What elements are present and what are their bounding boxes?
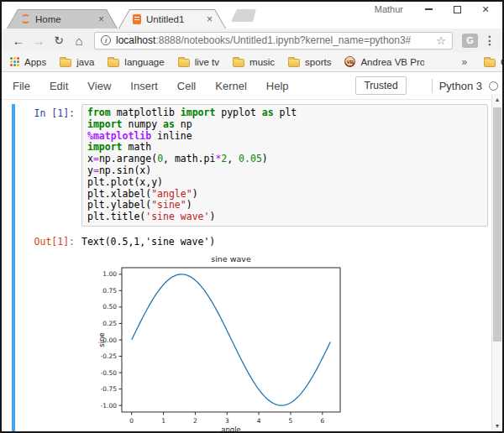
- input-prompt: In [1]:: [15, 104, 81, 119]
- bookmark-language[interactable]: language: [108, 57, 164, 67]
- tab-untitled1[interactable]: Untitled1 ×: [118, 9, 226, 29]
- menu-item-view[interactable]: View: [87, 80, 111, 92]
- forward-icon[interactable]: →: [30, 34, 47, 47]
- jupyter-menubar: FileEditViewInsertCellKernelHelp Trusted…: [2, 72, 502, 100]
- page-scrollbar[interactable]: ▲ ▼: [491, 94, 502, 431]
- svg-text:5: 5: [289, 417, 293, 425]
- kernel-status-icon: [489, 81, 498, 91]
- bookmark-live-tv[interactable]: live tv: [178, 57, 219, 67]
- bookmark-andrea-vb[interactable]: VB Andrea VB Programm: [344, 56, 424, 67]
- svg-text:3: 3: [225, 417, 229, 425]
- menu-item-file[interactable]: File: [13, 80, 30, 92]
- svg-text:2: 2: [193, 417, 197, 425]
- svg-text:0.75: 0.75: [102, 287, 117, 295]
- menu-item-cell[interactable]: Cell: [177, 80, 196, 92]
- code-editor[interactable]: from matplotlib import pyplot as pltimpo…: [81, 104, 488, 227]
- svg-text:-0.25: -0.25: [101, 352, 118, 360]
- bookmark-sports[interactable]: sports: [288, 57, 331, 67]
- folder-icon: [484, 59, 496, 67]
- bookmark-apps[interactable]: Apps: [10, 57, 46, 67]
- bookmark-label: sports: [305, 57, 331, 67]
- menubar-divider: [432, 79, 433, 93]
- chrome-menu-icon[interactable]: ⋮: [484, 34, 496, 47]
- tab-strip: Home × Untitled1 ×: [2, 9, 502, 29]
- folder-icon: [60, 59, 71, 67]
- url-text: localhost:8888/notebooks/Untitled1.ipynb…: [116, 34, 431, 46]
- cell-output-area: Out[1]: Text(0.5,1,'sine wave'): [15, 232, 488, 248]
- svg-text:-0.75: -0.75: [101, 385, 118, 393]
- browser-toolbar: ← → ↻ ⌂ i localhost:8888/notebooks/Untit…: [2, 29, 502, 52]
- folder-icon: [178, 59, 190, 67]
- trusted-button[interactable]: Trusted: [355, 76, 406, 95]
- svg-text:6: 6: [320, 417, 324, 425]
- svg-text:1.00: 1.00: [102, 270, 117, 278]
- menu-item-kernel[interactable]: Kernel: [215, 80, 247, 92]
- menubar-right: Trusted Python 3: [355, 76, 498, 95]
- notebook-file-icon: [133, 14, 141, 24]
- menu-item-edit[interactable]: Edit: [50, 80, 68, 92]
- cell-input-area: In [1]: from matplotlib import pyplot as…: [15, 104, 488, 227]
- scroll-down-icon[interactable]: ▼: [492, 423, 502, 429]
- svg-text:0.25: 0.25: [102, 320, 117, 327]
- page-info-icon[interactable]: i: [101, 35, 111, 45]
- folder-icon: [288, 59, 300, 67]
- menu-item-help[interactable]: Help: [266, 80, 289, 92]
- url-path: :8888/notebooks/Untitled1.ipynb?kernel_n…: [155, 34, 411, 46]
- back-icon[interactable]: ←: [10, 34, 27, 47]
- other-bookmarks-button[interactable]: Other bookmarks: [484, 57, 504, 67]
- tab-close-icon[interactable]: ×: [207, 14, 213, 24]
- scrollbar-thumb[interactable]: [493, 107, 501, 342]
- bookmarks-overflow-icon[interactable]: »: [461, 56, 467, 68]
- address-bar[interactable]: i localhost:8888/notebooks/Untitled1.ipy…: [94, 32, 453, 50]
- bookmark-label: live tv: [195, 57, 219, 67]
- bookmark-label: music: [249, 57, 275, 67]
- svg-text:sine: sine: [98, 332, 106, 347]
- menu-items: FileEditViewInsertCellKernelHelp: [13, 80, 289, 92]
- svg-text:4: 4: [257, 417, 261, 425]
- sine-wave-chart: 0123456-1.00-0.75-0.50-0.250.000.250.500…: [98, 251, 488, 431]
- output-prompt: Out[1]:: [15, 232, 81, 248]
- menu-item-insert[interactable]: Insert: [130, 80, 158, 92]
- reload-icon[interactable]: ↻: [50, 34, 67, 46]
- notebook-cell[interactable]: In [1]: from matplotlib import pyplot as…: [12, 104, 488, 431]
- svg-text:sine wave: sine wave: [211, 254, 251, 263]
- tab-untitled1-label: Untitled1: [146, 14, 202, 24]
- figure-row: 0123456-1.00-0.75-0.50-0.250.000.250.500…: [15, 251, 488, 431]
- svg-text:0.50: 0.50: [102, 303, 117, 310]
- tab-home-label: Home: [35, 14, 93, 24]
- bookmark-andrea-vb-label: Andrea VB Programm: [360, 57, 424, 67]
- new-tab-button[interactable]: [231, 9, 256, 22]
- bookmark-label: language: [124, 57, 164, 67]
- url-host: localhost: [116, 34, 155, 46]
- bookmark-apps-label: Apps: [24, 57, 46, 67]
- folder-icon: [108, 59, 119, 67]
- vb-site-icon: VB: [344, 56, 355, 67]
- svg-text:0: 0: [129, 417, 134, 425]
- tab-close-icon[interactable]: ×: [98, 14, 104, 24]
- home-icon[interactable]: ⌂: [71, 34, 87, 47]
- jupyter-logo-icon: [21, 14, 30, 23]
- svg-text:angle: angle: [221, 425, 241, 431]
- browser-window: Mathur × Home × Untitled1 ×: [0, 0, 504, 433]
- output-text: Text(0.5,1,'sine wave'): [81, 232, 215, 248]
- svg-text:1: 1: [161, 417, 165, 425]
- folder-icon: [233, 59, 244, 67]
- window-titlebar: Mathur × Home × Untitled1 ×: [2, 2, 502, 29]
- bookmark-music[interactable]: music: [233, 57, 275, 67]
- svg-text:-1.00: -1.00: [101, 402, 118, 410]
- bookmark-star-icon[interactable]: ☆: [436, 34, 446, 47]
- apps-grid-icon: [10, 57, 19, 66]
- kernel-name-label: Python 3: [439, 80, 482, 92]
- bookmark-java[interactable]: java: [60, 57, 94, 67]
- notebook-area: In [1]: from matplotlib import pyplot as…: [2, 100, 491, 431]
- tab-home[interactable]: Home ×: [7, 9, 118, 29]
- extension-g-icon[interactable]: G: [462, 34, 478, 48]
- other-bookmarks-label: Other bookmarks: [501, 57, 504, 67]
- bookmark-label: java: [76, 57, 94, 67]
- bookmarks-bar: Apps javalanguagelive tvmusicsports VB A…: [2, 52, 502, 72]
- scroll-up-icon[interactable]: ▲: [492, 97, 502, 102]
- svg-text:-0.50: -0.50: [101, 369, 118, 377]
